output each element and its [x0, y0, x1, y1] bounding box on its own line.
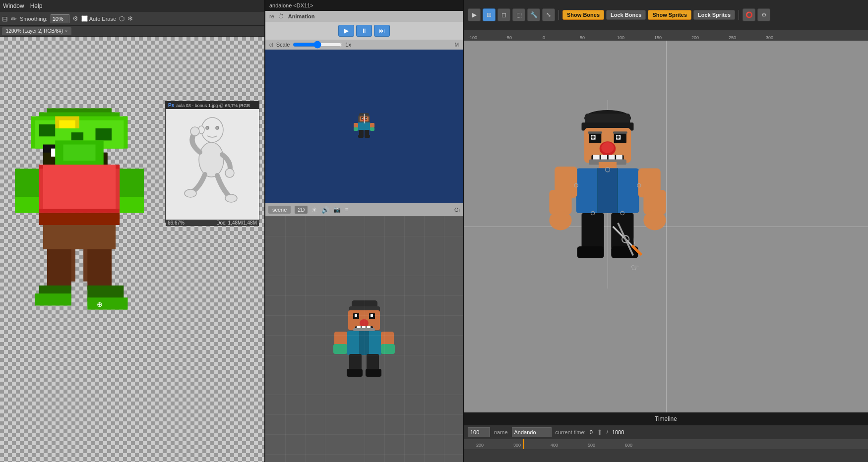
svg-rect-18 — [120, 197, 144, 213]
spine-viewport: ☞ — [464, 41, 868, 412]
tool-btn-1[interactable]: ▶ — [468, 8, 481, 21]
current-time-value: 0 — [590, 429, 593, 435]
brush-icon[interactable]: ✏ — [11, 15, 17, 23]
svg-rect-96 — [591, 135, 594, 138]
game-viewport: │ — [265, 50, 463, 203]
ruler-mark-50: 50 — [580, 35, 585, 40]
svg-rect-108 — [599, 162, 617, 169]
pause-button[interactable]: ⏸ — [356, 25, 372, 37]
svg-point-117 — [549, 211, 571, 231]
frame-input[interactable] — [468, 427, 490, 437]
end-time: 1000 — [612, 429, 624, 435]
layer-tab[interactable]: 1200% (Layer 2, RGB/8#) × — [2, 27, 71, 35]
scene-bottom-bar: scene 2D ☀ 🔊 📷 ≡ Gi — [265, 203, 463, 216]
scale-label: Scale — [276, 42, 290, 48]
time-spinner[interactable]: ⬆ — [597, 428, 603, 436]
lock-sprites-btn[interactable]: Lock Sprites — [693, 10, 735, 20]
divider: / — [607, 429, 608, 435]
tab-close[interactable]: × — [65, 29, 67, 34]
tool-btn-4[interactable]: ⬚ — [512, 8, 525, 21]
settings-icon[interactable]: ⚙ — [72, 15, 78, 22]
center-top-bar: andalone <DX11> — [265, 0, 463, 11]
animation-panel: re ⏱ Animation ▶ ⏸ ⏭ ct Scale 1x M — [265, 11, 463, 50]
ruler-mark-neg100: -100 — [468, 35, 477, 40]
svg-rect-5 — [59, 120, 75, 128]
ct-label: ct — [269, 42, 273, 48]
right-panel: ▶ ⊞ ◻ ⬚ 🔧 ⤡ Show Bones Lock Bones Show S… — [464, 0, 868, 462]
tool-btn-6[interactable]: ⤡ — [542, 8, 555, 21]
view-2d-btn[interactable]: 2D — [295, 206, 308, 214]
tool-btn-2[interactable]: ⊞ — [483, 8, 496, 21]
ruler-600: 600 — [625, 443, 632, 448]
extra-tool-2[interactable]: ❄ — [127, 15, 133, 22]
smoothing-label: Smoothing: — [20, 16, 48, 22]
separator-2 — [739, 10, 739, 20]
svg-rect-56 — [365, 135, 370, 138]
svg-rect-15 — [15, 169, 39, 197]
menu-help[interactable]: Help — [30, 2, 43, 9]
anim-clock-icon: ⏱ — [278, 13, 284, 20]
smoothing-input[interactable] — [51, 14, 69, 23]
extra-icon[interactable]: ≡ — [345, 206, 348, 213]
anim-controls: ▶ ⏸ ⏭ — [265, 22, 463, 40]
ref-doc: Doc: 1,48M/1,48M — [216, 220, 257, 226]
ruler-mark-250: 250 — [729, 35, 736, 40]
extra-btn-1[interactable]: ⭕ — [743, 8, 755, 21]
audio-icon[interactable]: 🔊 — [321, 206, 329, 214]
scene-view-area — [265, 216, 463, 462]
lock-bones-btn[interactable]: Lock Bones — [606, 10, 646, 20]
camera-icon[interactable]: 📷 — [333, 206, 341, 213]
photoshop-toolbar: ⊟ ✏ Smoothing: ⚙ Auto Erase ⬡ ❄ — [0, 12, 264, 26]
scale-slider[interactable] — [293, 41, 342, 49]
toggle-icon[interactable]: ⊟ — [2, 15, 8, 23]
reference-header: Ps aula 03 - bonus 1.jpg @ 66,7% (RGB — [166, 102, 259, 109]
tool-btn-3[interactable]: ◻ — [497, 8, 510, 21]
extra-btn-2[interactable]: ⚙ — [757, 8, 770, 21]
ruler-mark-0: 0 — [543, 35, 545, 40]
extra-tool-1[interactable]: ⬡ — [119, 15, 124, 22]
ruler-400: 400 — [551, 443, 558, 448]
svg-point-35 — [225, 169, 234, 177]
svg-rect-24 — [87, 249, 112, 289]
timeline-controls: name current time: 0 ⬆ / 1000 — [464, 425, 868, 439]
anim-name-input[interactable] — [512, 427, 552, 437]
show-bones-btn[interactable]: Show Bones — [562, 10, 604, 20]
svg-point-33 — [199, 142, 224, 177]
ruler-mark-neg50: -50 — [505, 35, 512, 40]
spine-ruler: -100 -50 0 50 100 150 200 250 300 — [464, 30, 868, 41]
svg-rect-97 — [617, 135, 620, 138]
auto-erase-checkbox[interactable] — [81, 15, 88, 22]
show-sprites-btn[interactable]: Show Sprites — [648, 10, 691, 20]
ruler-500: 500 — [588, 443, 595, 448]
svg-rect-110 — [598, 169, 618, 213]
svg-rect-19 — [39, 213, 120, 225]
svg-rect-51 — [354, 127, 358, 131]
timeline-track — [464, 449, 868, 462]
ruler-mark-300: 300 — [766, 35, 773, 40]
pixel-character — [15, 86, 144, 365]
timeline-ruler: 200 300 400 500 600 — [464, 439, 868, 449]
cursor-hand: ☞ — [631, 263, 639, 273]
play-icon: ▶ — [344, 27, 349, 34]
timeline-playhead[interactable] — [523, 439, 524, 449]
svg-point-34 — [190, 127, 199, 136]
sun-icon[interactable]: ☀ — [311, 206, 317, 214]
tool-btn-5[interactable]: 🔧 — [527, 8, 540, 21]
svg-rect-99 — [613, 131, 627, 134]
svg-rect-52 — [370, 127, 374, 131]
spine-toolbar: ▶ ⊞ ◻ ⬚ 🔧 ⤡ Show Bones Lock Bones Show S… — [464, 0, 868, 30]
center-panel: andalone <DX11> re ⏱ Animation ▶ ⏸ ⏭ ct … — [265, 0, 464, 462]
svg-rect-121 — [577, 246, 604, 258]
spine-character-container: ☞ — [538, 100, 677, 289]
scene-tab[interactable]: scene — [268, 206, 291, 214]
svg-point-36 — [185, 189, 196, 197]
play-button[interactable]: ▶ — [338, 25, 354, 37]
next-button[interactable]: ⏭ — [374, 25, 390, 37]
svg-rect-27 — [35, 293, 71, 305]
reference-footer: 66,67% Doc: 1,48M/1,48M — [166, 220, 259, 226]
svg-point-101 — [601, 142, 614, 153]
svg-point-118 — [643, 211, 666, 231]
svg-rect-55 — [358, 135, 364, 138]
reference-sketch — [166, 109, 259, 220]
menu-window[interactable]: Window — [3, 2, 24, 9]
